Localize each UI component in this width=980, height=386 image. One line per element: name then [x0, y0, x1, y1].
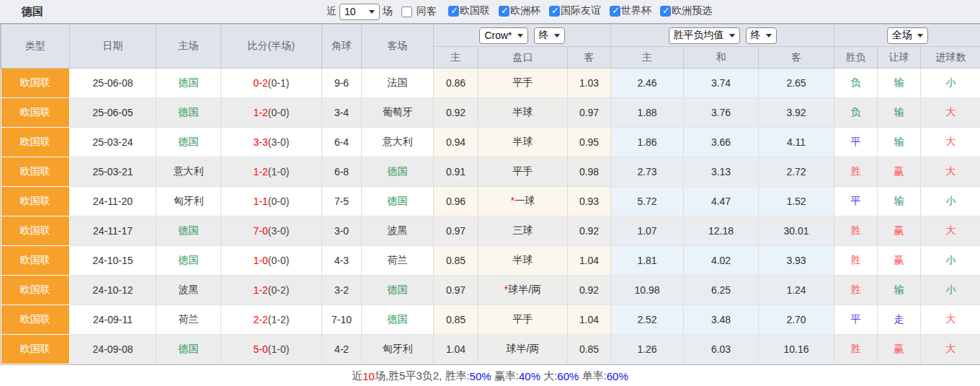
- result-cell: 胜: [834, 246, 878, 276]
- home-team-cell: 德国: [156, 69, 221, 98]
- score-cell: 7-0(3-0): [221, 216, 322, 246]
- handicap-cell: *一球: [478, 187, 568, 216]
- type-cell: 欧国联: [1, 128, 70, 157]
- competition-checkbox[interactable]: [549, 6, 560, 17]
- summary-handicap-rate: 40%: [519, 370, 540, 382]
- avg-odds-stage-select[interactable]: 终: [746, 27, 777, 44]
- away-team-cell: 德国: [362, 157, 434, 187]
- type-cell: 欧国联: [1, 276, 70, 305]
- handicap-result-cell: 输: [878, 276, 921, 305]
- avg-away-odds-cell: 1.52: [759, 187, 834, 216]
- recent-count-select[interactable]: 10: [339, 4, 380, 20]
- home-team-cell: 意大利: [156, 157, 221, 187]
- team-name: 德国: [388, 195, 408, 206]
- handicap-cell: 平手: [478, 305, 568, 335]
- avg-away-odds-cell: 30.01: [759, 216, 834, 246]
- summary-footer: 近10场,胜5平3负2, 胜率:50% 赢率:40% 大:60% 单率:60%: [0, 364, 980, 386]
- full-time-score: 7-0: [254, 225, 268, 237]
- table-row: 欧国联24-09-08德国5-0(1-0)4-2匈牙利1.04球半/两0.851…: [1, 335, 980, 364]
- half-time-score: (0-0): [268, 255, 290, 266]
- competition-checkbox[interactable]: [499, 6, 509, 17]
- home-team-cell: 德国: [156, 246, 221, 276]
- team-name: 匈牙利: [383, 343, 413, 354]
- avg-odds-stage-value: 终: [751, 29, 761, 42]
- goals-result-cell: 大: [921, 335, 980, 364]
- team-name: 匈牙利: [174, 195, 204, 206]
- result-cell: 平: [834, 187, 878, 216]
- corners-cell: 6-8: [322, 157, 362, 187]
- team-name: 德国: [179, 136, 199, 147]
- handicap-cell: 球半/两: [478, 335, 568, 364]
- score-cell: 1-1(0-0): [221, 187, 322, 216]
- corners-cell: 3-4: [322, 98, 362, 128]
- handicap-cell: *球半/两: [478, 276, 568, 305]
- date-cell: 24-11-17: [70, 216, 156, 246]
- crown-away-odds-cell: 0.92: [568, 216, 611, 246]
- corners-cell: 7-10: [322, 305, 362, 335]
- summary-big-rate: 60%: [557, 370, 579, 382]
- score-cell: 1-0(0-0): [221, 246, 322, 276]
- avg-away-odds-cell: 2.70: [759, 305, 834, 335]
- crown-odds-group-header: Crow* 终: [434, 25, 611, 47]
- team-name: 法国: [388, 76, 408, 88]
- date-cell: 25-03-24: [70, 128, 156, 157]
- type-cell: 欧国联: [1, 335, 70, 364]
- col-header-date: 日期: [70, 25, 156, 69]
- date-cell: 24-09-08: [70, 335, 156, 364]
- away-team-cell: 德国: [362, 305, 434, 335]
- avg-home-odds-cell: 5.72: [611, 187, 684, 216]
- competition-label: 欧国联: [460, 4, 490, 17]
- handicap-cell: 半球: [478, 128, 568, 157]
- half-time-score: (1-0): [268, 343, 290, 355]
- bookmaker-select[interactable]: Crow*: [479, 27, 527, 44]
- same-venue-checkbox[interactable]: [401, 6, 412, 17]
- avg-draw-odds-cell: 3.76: [684, 98, 759, 128]
- competition-checkbox[interactable]: [610, 6, 620, 17]
- avg-home-odds-cell: 2.73: [611, 157, 684, 187]
- half-time-score: (1-2): [268, 314, 290, 325]
- table-row: 欧国联24-09-11荷兰2-2(1-2)7-10德国0.85平手1.042.5…: [1, 305, 980, 335]
- result-cell: 平: [834, 128, 878, 157]
- team-name: 波黑: [388, 224, 408, 236]
- avg-away-odds-cell: 1.24: [759, 276, 834, 305]
- competition-checkbox[interactable]: [448, 6, 459, 17]
- avg-away-odds-cell: 2.72: [759, 157, 834, 187]
- result-cell: 胜: [834, 335, 878, 364]
- match-history-panel: 德国 近 10 场 同客 欧国联欧洲杯国际友谊世界杯欧洲预选 类型 日期: [0, 0, 980, 386]
- competition-checkbox[interactable]: [660, 6, 671, 17]
- avg-odds-select[interactable]: 胜平负均值: [669, 27, 740, 44]
- avg-home-odds-cell: 2.52: [611, 305, 684, 335]
- half-time-score: (0-0): [268, 196, 290, 207]
- corners-cell: 3-2: [322, 276, 362, 305]
- col-header-score: 比分(半场): [221, 25, 322, 69]
- same-venue-label: 同客: [416, 5, 437, 18]
- avg-home-odds-cell: 2.46: [611, 69, 684, 98]
- crown-away-odds-cell: 0.97: [568, 98, 611, 128]
- summary-middle: 场,胜5平3负2, 胜率:: [375, 369, 470, 383]
- crown-home-odds-cell: 0.97: [434, 216, 478, 246]
- team-name: 荷兰: [179, 313, 199, 325]
- half-time-score: (0-2): [268, 284, 290, 296]
- half-time-score: (3-0): [268, 225, 290, 237]
- chevron-down-icon: [369, 10, 375, 14]
- handicap-cell: 半球: [478, 246, 568, 276]
- team-name: 德国: [179, 224, 199, 236]
- date-cell: 24-10-12: [70, 276, 156, 305]
- handicap-result-cell: 赢: [878, 246, 921, 276]
- team-name: 意大利: [174, 165, 204, 177]
- crown-away-odds-cell: 1.04: [568, 305, 611, 335]
- summary-odd-label: 单率:: [579, 369, 606, 383]
- crown-odds-stage-select[interactable]: 终: [534, 27, 565, 44]
- col-header-avg-draw: 和: [684, 47, 759, 69]
- competition-label: 欧洲杯: [510, 4, 540, 17]
- corners-cell: 3-0: [322, 216, 362, 246]
- date-cell: 24-11-20: [70, 187, 156, 216]
- result-cell: 负: [834, 69, 878, 98]
- avg-home-odds-cell: 1.07: [611, 216, 684, 246]
- summary-prefix: 近: [352, 369, 362, 383]
- corners-cell: 4-2: [322, 335, 362, 364]
- scope-select[interactable]: 全场: [887, 27, 928, 44]
- competition-label: 欧洲预选: [672, 4, 712, 17]
- score-cell: 1-2(0-2): [221, 276, 322, 305]
- chevron-down-icon: [917, 34, 923, 38]
